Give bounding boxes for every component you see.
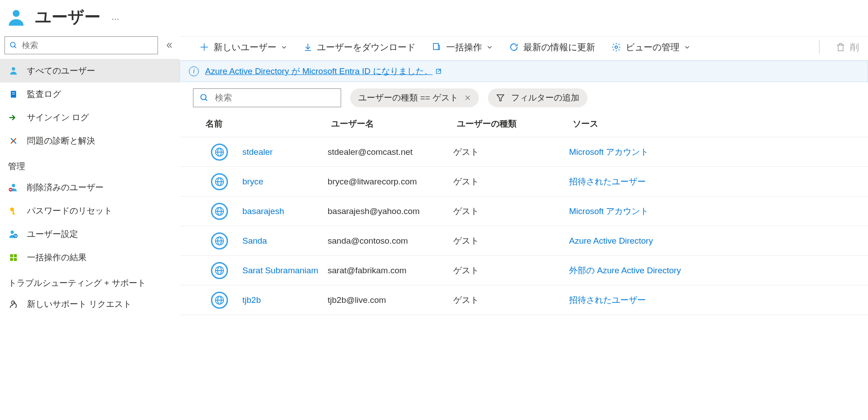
- svg-rect-5: [12, 92, 15, 93]
- table-row[interactable]: Sarat Subramaniamsarat@fabrikam.comゲスト外部…: [180, 256, 868, 285]
- download-icon: [303, 43, 312, 52]
- cell-source[interactable]: Microsoft アカウント: [569, 146, 859, 158]
- sidebar-item-signin-logs[interactable]: サインイン ログ: [0, 106, 180, 129]
- col-header-username[interactable]: ユーザー名: [331, 118, 457, 130]
- log-icon: [8, 89, 19, 100]
- sidebar: すべてのユーザー 監査ログ サインイン ログ 問題の診断と解決 管理 削除済みの…: [0, 36, 180, 316]
- sidebar-item-user-settings[interactable]: ユーザー設定: [0, 223, 180, 246]
- col-header-type[interactable]: ユーザーの種類: [457, 118, 573, 130]
- sidebar-item-new-support[interactable]: 新しいサポート リクエスト: [0, 293, 180, 316]
- sidebar-item-label: すべてのユーザー: [27, 65, 95, 77]
- page-title: ユーザー: [35, 6, 101, 28]
- toolbar-label: 一括操作: [446, 41, 482, 53]
- filter-icon: [496, 93, 505, 102]
- cell-source[interactable]: Azure Active Directory: [569, 236, 859, 246]
- table-row[interactable]: basarajeshbasarajesh@yahoo.comゲストMicroso…: [180, 197, 868, 226]
- toolbar-label: 新しいユーザー: [214, 41, 276, 53]
- sidebar-item-label: 一括操作の結果: [27, 252, 87, 263]
- diagnose-icon: [8, 136, 19, 146]
- user-icon: [8, 66, 19, 76]
- sidebar-item-password-reset[interactable]: パスワードのリセット: [0, 199, 180, 223]
- cell-type: ゲスト: [453, 265, 569, 276]
- svg-rect-30: [838, 45, 843, 51]
- cell-name[interactable]: Sanda: [242, 236, 328, 246]
- svg-line-36: [438, 69, 441, 72]
- table-header: 名前 ユーザー名 ユーザーの種類 ソース: [180, 114, 868, 137]
- globe-icon: [211, 203, 228, 220]
- svg-point-18: [15, 235, 16, 236]
- sidebar-search-input[interactable]: [4, 36, 158, 54]
- cell-name[interactable]: basarajesh: [242, 206, 328, 216]
- svg-rect-28: [434, 44, 438, 50]
- sidebar-section-support: トラブルシューティング + サポート: [0, 269, 180, 293]
- user-settings-icon: [8, 229, 19, 240]
- sidebar-item-all-users[interactable]: すべてのユーザー: [0, 59, 180, 83]
- svg-line-38: [206, 99, 207, 101]
- bulk-icon: [8, 252, 19, 263]
- cell-source[interactable]: 招待されたユーザー: [569, 294, 859, 306]
- manage-view-button[interactable]: ビューの管理: [611, 41, 690, 53]
- filter-pill-label: フィルターの追加: [511, 92, 579, 104]
- users-icon: [6, 8, 26, 27]
- cell-username: sarat@fabrikam.com: [328, 266, 453, 276]
- svg-marker-41: [497, 95, 504, 101]
- more-actions-button[interactable]: …: [107, 13, 125, 22]
- users-search-input[interactable]: [193, 88, 341, 107]
- toolbar-label: 削: [850, 41, 859, 53]
- chevron-down-icon: [684, 44, 690, 50]
- cell-name[interactable]: tjb2b: [242, 295, 328, 305]
- sidebar-item-audit-logs[interactable]: 監査ログ: [0, 83, 180, 106]
- sidebar-item-deleted-users[interactable]: 削除済みのユーザー: [0, 176, 180, 199]
- deleted-user-icon: [8, 182, 19, 193]
- cell-name[interactable]: bryce: [242, 177, 328, 187]
- info-banner: i Azure Active Directory が Microsoft Ent…: [180, 61, 868, 82]
- cell-name[interactable]: Sarat Subramaniam: [242, 266, 328, 276]
- sidebar-section-manage: 管理: [0, 153, 180, 176]
- info-icon: i: [189, 66, 199, 76]
- cell-source[interactable]: 招待されたユーザー: [569, 176, 859, 188]
- table-row[interactable]: stdealerstdealer@comcast.netゲストMicrosoft…: [180, 137, 868, 167]
- bulk-operations-button[interactable]: 一括操作: [432, 41, 493, 53]
- table-row[interactable]: brycebryce@litwarecorp.comゲスト招待されたユーザー: [180, 167, 868, 197]
- external-link-icon: [435, 68, 442, 74]
- svg-point-16: [11, 231, 14, 234]
- svg-rect-19: [10, 254, 13, 258]
- svg-point-37: [201, 95, 206, 100]
- cell-source[interactable]: Microsoft アカウント: [569, 206, 859, 217]
- toolbar-label: ユーザーをダウンロード: [317, 41, 416, 53]
- table-row[interactable]: Sandasanda@contoso.comゲストAzure Active Di…: [180, 226, 868, 256]
- trash-icon: [836, 42, 846, 52]
- svg-point-3: [12, 67, 15, 70]
- collapse-sidebar-button[interactable]: [162, 39, 176, 52]
- sidebar-item-label: 新しいサポート リクエスト: [27, 298, 132, 310]
- remove-filter-icon[interactable]: [465, 95, 471, 101]
- cell-type: ゲスト: [453, 206, 569, 217]
- col-header-source[interactable]: ソース: [573, 118, 859, 130]
- refresh-button[interactable]: 最新の情報に更新: [509, 41, 595, 53]
- sidebar-item-bulk-results[interactable]: 一括操作の結果: [0, 246, 180, 269]
- cell-username: bryce@litwarecorp.com: [328, 177, 453, 187]
- svg-point-10: [12, 184, 15, 187]
- sidebar-item-diagnose[interactable]: 問題の診断と解決: [0, 129, 180, 153]
- main-content: 新しいユーザー ユーザーをダウンロード 一括操作 最新の情報に更新 ビューの管理: [180, 36, 868, 316]
- delete-button[interactable]: 削: [836, 41, 859, 53]
- col-header-name[interactable]: 名前: [206, 118, 331, 130]
- svg-point-29: [615, 46, 618, 48]
- new-user-button[interactable]: 新しいユーザー: [199, 41, 287, 53]
- svg-rect-20: [14, 254, 17, 258]
- cell-name[interactable]: stdealer: [242, 147, 328, 157]
- cell-source[interactable]: 外部の Azure Active Directory: [569, 265, 859, 276]
- gear-icon: [611, 42, 621, 52]
- table-row[interactable]: tjb2btjb2b@live.comゲスト招待されたユーザー: [180, 285, 868, 315]
- cell-type: ゲスト: [453, 294, 569, 306]
- svg-point-1: [10, 42, 15, 47]
- chevron-down-icon: [487, 44, 493, 50]
- sidebar-item-label: 監査ログ: [27, 88, 61, 100]
- cell-username: stdealer@comcast.net: [328, 147, 453, 157]
- globe-icon: [211, 173, 228, 190]
- info-link[interactable]: Azure Active Directory が Microsoft Entra…: [205, 66, 442, 77]
- add-filter-button[interactable]: フィルターの追加: [488, 88, 587, 107]
- download-users-button[interactable]: ユーザーをダウンロード: [303, 41, 416, 53]
- filter-pill-user-type[interactable]: ユーザーの種類 == ゲスト: [350, 88, 479, 107]
- chevron-down-icon: [281, 44, 287, 50]
